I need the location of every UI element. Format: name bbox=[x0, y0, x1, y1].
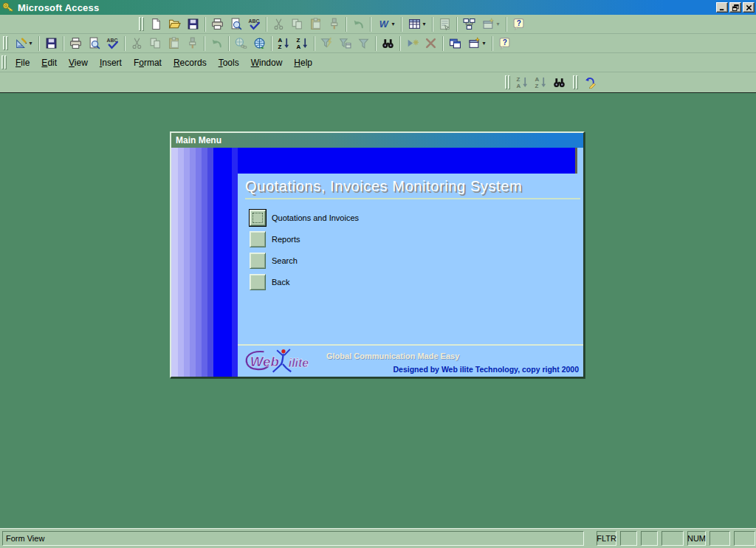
toolbar-grip[interactable] bbox=[505, 75, 510, 89]
form-button-back[interactable] bbox=[250, 274, 266, 290]
menu-edit[interactable]: Edit bbox=[35, 54, 63, 72]
sort-ascending-icon[interactable]: AZ bbox=[275, 35, 293, 52]
office-links-icon[interactable]: W▾ bbox=[374, 16, 399, 32]
toolbar-row-1: ABCW▾▾▾? bbox=[0, 15, 756, 34]
spelling-icon[interactable]: ABC bbox=[245, 16, 264, 32]
undo-icon[interactable] bbox=[349, 16, 368, 32]
toolbar-separator bbox=[401, 17, 402, 32]
form-heading: Quotations, Invoices Monitoring System bbox=[245, 177, 583, 195]
sort-ascending-icon[interactable]: AZ bbox=[532, 75, 550, 91]
help-icon[interactable]: ? bbox=[509, 16, 528, 32]
cut-icon[interactable] bbox=[128, 35, 146, 52]
window-controls bbox=[716, 2, 755, 13]
save-icon[interactable] bbox=[184, 16, 202, 32]
toolbar-separator bbox=[271, 36, 272, 51]
restore-icon bbox=[732, 4, 739, 11]
paste-icon[interactable] bbox=[165, 35, 183, 52]
form-titlebar[interactable]: Main Menu bbox=[171, 133, 583, 148]
menu-file[interactable]: File bbox=[10, 54, 35, 72]
menu-view[interactable]: View bbox=[63, 54, 94, 72]
cut-icon[interactable] bbox=[269, 16, 288, 32]
form-button-quotations-and-invoices[interactable] bbox=[250, 210, 266, 226]
sort-find-toolbar: ZAAZ bbox=[504, 74, 568, 91]
format-painter-icon[interactable] bbox=[183, 35, 202, 52]
find-icon[interactable] bbox=[379, 35, 397, 52]
view-icon[interactable]: ▾ bbox=[11, 35, 36, 52]
status-message: Form View bbox=[2, 531, 584, 546]
menubar-grip[interactable] bbox=[1, 55, 7, 69]
insert-hyperlink-icon[interactable] bbox=[232, 35, 250, 52]
toolbar-grip[interactable] bbox=[3, 36, 8, 50]
print-preview-icon[interactable] bbox=[227, 16, 245, 32]
filter-by-selection-icon[interactable] bbox=[317, 35, 336, 52]
copy-icon[interactable] bbox=[288, 16, 306, 32]
status-indicator-blank bbox=[662, 531, 684, 546]
menu-records[interactable]: Records bbox=[168, 54, 213, 72]
new-record-icon[interactable] bbox=[403, 35, 422, 52]
undo-toolbar bbox=[571, 74, 599, 91]
form-content: Quotations, Invoices Monitoring System Q… bbox=[171, 148, 583, 377]
status-indicator-num: NUM bbox=[687, 531, 706, 546]
toolbar-separator bbox=[63, 36, 64, 51]
apply-filter-icon[interactable] bbox=[354, 35, 373, 52]
analyze-icon[interactable]: ▾ bbox=[405, 16, 430, 32]
properties-icon[interactable] bbox=[436, 16, 454, 32]
paste-icon[interactable] bbox=[306, 16, 325, 32]
form-button-reports[interactable] bbox=[250, 231, 266, 247]
new-object-icon[interactable]: ▾ bbox=[478, 16, 504, 32]
toolbar-separator bbox=[124, 36, 126, 51]
app-titlebar[interactable]: Microsoft Access bbox=[0, 0, 756, 15]
form-main-area: Quotations, Invoices Monitoring System Q… bbox=[238, 148, 583, 377]
toolbar-row-2: ▾ABCAZZA▾? bbox=[0, 34, 756, 53]
svg-text:A: A bbox=[517, 83, 521, 89]
toolbar-separator bbox=[492, 36, 493, 51]
form-button-label: Quotations and Invoices bbox=[272, 213, 359, 222]
form-menu-row: Search bbox=[250, 253, 583, 269]
find-icon[interactable] bbox=[550, 75, 568, 91]
spelling-icon[interactable]: ABC bbox=[103, 35, 122, 52]
heading-rule bbox=[245, 198, 580, 199]
toolbar-grip[interactable] bbox=[573, 75, 578, 89]
toolbar-grip[interactable] bbox=[139, 17, 144, 31]
format-painter-icon[interactable] bbox=[325, 16, 343, 32]
form-button-label: Back bbox=[272, 278, 289, 287]
form-view-toolbar: ▾ABCAZZA▾? bbox=[1, 34, 514, 52]
statusbar: Form View FLTRNUM bbox=[0, 528, 756, 548]
save-icon[interactable] bbox=[42, 35, 61, 52]
menu-format[interactable]: Format bbox=[128, 54, 168, 72]
form-button-search[interactable] bbox=[250, 253, 266, 269]
menubar: FileEditViewInsertFormatRecordsToolsWind… bbox=[0, 53, 756, 72]
status-indicator-fltr: FLTR bbox=[597, 531, 616, 546]
menubar-items: FileEditViewInsertFormatRecordsToolsWind… bbox=[10, 54, 318, 72]
svg-text:?: ? bbox=[503, 38, 507, 47]
web-icon[interactable] bbox=[250, 35, 269, 52]
print-preview-icon[interactable] bbox=[85, 35, 103, 52]
form-menu-buttons: Quotations and InvoicesReportsSearchBack bbox=[250, 210, 583, 295]
menu-tools[interactable]: Tools bbox=[213, 54, 245, 72]
new-object-icon[interactable]: ▾ bbox=[464, 35, 489, 52]
database-window-icon[interactable] bbox=[446, 35, 464, 52]
undo-icon[interactable] bbox=[207, 35, 226, 52]
menu-insert[interactable]: Insert bbox=[94, 54, 128, 72]
relationships-icon[interactable] bbox=[460, 16, 478, 32]
database-toolbar: ABCW▾▾▾? bbox=[137, 15, 528, 33]
menu-window[interactable]: Window bbox=[245, 54, 289, 72]
sort-descending-icon[interactable]: ZA bbox=[293, 35, 312, 52]
filter-by-form-icon[interactable] bbox=[336, 35, 354, 52]
toolbar-separator bbox=[314, 36, 315, 51]
delete-record-icon[interactable] bbox=[422, 35, 440, 52]
open-icon[interactable] bbox=[165, 16, 184, 32]
copy-icon[interactable] bbox=[146, 35, 165, 52]
sort-descending-icon[interactable]: ZA bbox=[513, 75, 532, 91]
help-icon[interactable]: ? bbox=[495, 35, 514, 52]
minimize-button[interactable] bbox=[716, 2, 728, 13]
footer-credit: Designed by Web ilite Technology, copy r… bbox=[394, 365, 579, 374]
print-icon[interactable] bbox=[66, 35, 85, 52]
new-icon[interactable] bbox=[147, 16, 165, 32]
restore-button[interactable] bbox=[729, 2, 741, 13]
svg-text:?: ? bbox=[517, 19, 521, 27]
close-button[interactable] bbox=[743, 2, 755, 13]
print-icon[interactable] bbox=[208, 16, 227, 32]
undo-formatting-icon[interactable] bbox=[581, 75, 599, 91]
menu-help[interactable]: Help bbox=[288, 54, 318, 72]
